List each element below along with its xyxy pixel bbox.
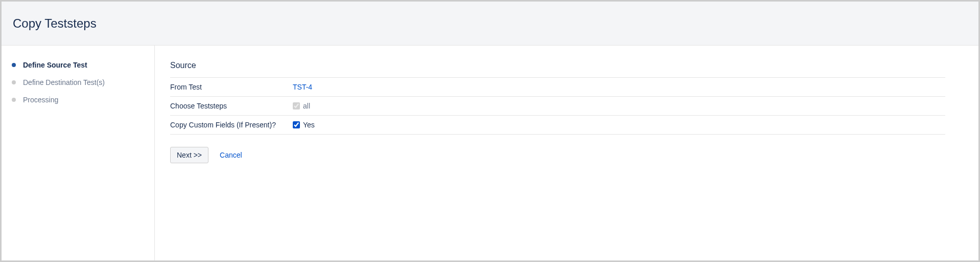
wizard-step-define-source[interactable]: Define Source Test <box>12 61 144 69</box>
dialog-body: Define Source Test Define Destination Te… <box>2 46 978 260</box>
next-button[interactable]: Next >> <box>170 147 208 163</box>
dialog-header: Copy Teststeps <box>2 2 978 46</box>
row-from-test: From Test TST-4 <box>170 78 945 97</box>
row-choose-teststeps: Choose Teststeps all <box>170 97 945 116</box>
step-dot-icon <box>12 98 16 102</box>
from-test-label: From Test <box>170 78 293 97</box>
cancel-link[interactable]: Cancel <box>220 151 242 159</box>
form-table: From Test TST-4 Choose Teststeps all <box>170 77 945 135</box>
wizard-step-label: Define Destination Test(s) <box>23 78 105 86</box>
copy-custom-fields-checkbox-wrap: Yes <box>293 121 945 129</box>
row-copy-custom-fields: Copy Custom Fields (If Present)? Yes <box>170 116 945 135</box>
wizard-step-label: Define Source Test <box>23 61 87 69</box>
choose-teststeps-value-cell: all <box>293 97 945 116</box>
wizard-step-processing[interactable]: Processing <box>12 96 144 104</box>
dialog-title: Copy Teststeps <box>13 16 97 31</box>
choose-teststeps-checkbox <box>293 102 300 110</box>
wizard-step-define-destination[interactable]: Define Destination Test(s) <box>12 78 144 86</box>
choose-teststeps-label: Choose Teststeps <box>170 97 293 116</box>
wizard-sidebar: Define Source Test Define Destination Te… <box>2 46 155 260</box>
section-title: Source <box>170 61 945 70</box>
copy-custom-fields-label: Copy Custom Fields (If Present)? <box>170 116 293 135</box>
from-test-link[interactable]: TST-4 <box>293 83 312 91</box>
wizard-step-label: Processing <box>23 96 58 104</box>
choose-teststeps-checkbox-wrap: all <box>293 102 945 110</box>
from-test-value-cell: TST-4 <box>293 78 945 97</box>
choose-teststeps-option-label: all <box>303 102 310 110</box>
copy-custom-fields-option-label: Yes <box>303 121 315 129</box>
copy-custom-fields-checkbox[interactable] <box>293 121 300 128</box>
wizard-actions: Next >> Cancel <box>170 147 945 163</box>
copy-custom-fields-value-cell: Yes <box>293 116 945 135</box>
step-dot-icon <box>12 63 16 67</box>
wizard-main: Source From Test TST-4 Choose Teststeps … <box>155 46 978 260</box>
dialog-frame: Copy Teststeps Define Source Test Define… <box>0 0 980 262</box>
step-dot-icon <box>12 80 16 84</box>
